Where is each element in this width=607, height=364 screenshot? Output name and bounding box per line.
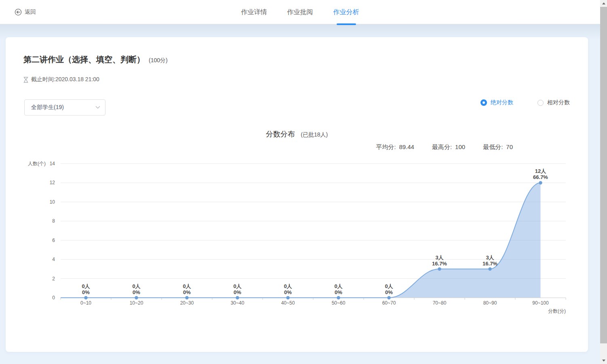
point-count-label: 0人 — [183, 283, 191, 289]
scrollbar-thumb[interactable] — [600, 7, 607, 343]
analysis-card: 第二讲作业（选择、填空、判断） (100分) 截止时间:2020.03.18 2… — [6, 37, 588, 352]
scroll-up-button[interactable] — [600, 0, 607, 7]
student-filter-value: 全部学生(19) — [31, 104, 64, 111]
point-count-label: 0人 — [233, 283, 242, 289]
point-count-label: 12人 — [535, 168, 546, 174]
data-point[interactable] — [135, 296, 138, 299]
point-percent-label: 66.7% — [533, 174, 548, 180]
stat-average-value: 89.44 — [399, 143, 414, 151]
x-tick-label: 90~100 — [532, 300, 549, 306]
x-tick-label: 80~90 — [483, 300, 497, 306]
data-point[interactable] — [438, 267, 441, 271]
point-count-label: 0人 — [82, 283, 90, 289]
y-tick-label: 0 — [52, 295, 55, 301]
x-tick-label: 60~70 — [382, 300, 396, 306]
stat-average-label: 平均分: — [376, 143, 396, 151]
y-tick-label: 6 — [52, 238, 55, 243]
data-point[interactable] — [84, 296, 87, 299]
top-navigation-bar: 返回 作业详情 作业批阅 作业分析 — [0, 0, 600, 24]
assignment-title-row: 第二讲作业（选择、填空、判断） (100分) — [23, 54, 168, 65]
chart-heading: 分数分布 (已批18人) — [6, 129, 588, 139]
y-tick-label: 4 — [52, 257, 55, 262]
radio-absolute-label: 绝对分数 — [491, 99, 513, 106]
radio-unselected-icon — [537, 100, 544, 106]
y-tick-label: 14 — [50, 161, 55, 166]
tab-homework-details[interactable]: 作业详情 — [241, 0, 267, 24]
vertical-scrollbar[interactable] — [600, 0, 607, 364]
tab-homework-review[interactable]: 作业批阅 — [287, 0, 313, 24]
page-background: 第二讲作业（选择、填空、判断） (100分) 截止时间:2020.03.18 2… — [0, 24, 600, 364]
radio-selected-icon — [481, 99, 487, 106]
x-tick-label: 40~50 — [281, 300, 295, 306]
chart-subtitle: (已批18人) — [301, 131, 328, 138]
chart-title: 分数分布 — [266, 130, 295, 138]
score-mode-radio-group: 绝对分数 相对分数 — [481, 99, 570, 106]
x-tick-label: 20~30 — [180, 300, 194, 306]
data-point[interactable] — [539, 181, 542, 184]
data-point[interactable] — [387, 296, 390, 299]
assignment-total-score: (100分) — [149, 57, 168, 64]
point-percent-label: 0% — [82, 289, 90, 295]
point-percent-label: 0% — [234, 289, 241, 295]
deadline-text: 截止时间:2020.03.18 21:00 — [31, 76, 99, 83]
x-axis-title: 分数(分) — [548, 308, 566, 314]
point-count-label: 0人 — [385, 283, 393, 289]
point-percent-label: 0% — [385, 289, 393, 295]
radio-relative-label: 相对分数 — [547, 99, 570, 106]
point-percent-label: 0% — [183, 289, 191, 295]
assignment-title: 第二讲作业（选择、填空、判断） — [23, 54, 145, 65]
point-percent-label: 0% — [284, 289, 292, 295]
stat-max-value: 100 — [455, 143, 465, 151]
stat-min: 最低分: 70 — [483, 143, 513, 151]
score-distribution-chart[interactable]: 02468101214人数(个)分数(分)0~1010~2020~3030~40… — [6, 158, 588, 319]
point-count-label: 3人 — [486, 255, 494, 261]
stat-min-label: 最低分: — [483, 143, 503, 151]
x-tick-label: 10~20 — [130, 300, 143, 306]
data-point[interactable] — [337, 296, 340, 299]
stat-max-label: 最高分: — [432, 143, 452, 151]
stat-min-value: 70 — [506, 143, 513, 151]
data-point[interactable] — [185, 296, 188, 299]
point-count-label: 0人 — [132, 283, 141, 289]
y-tick-label: 10 — [50, 199, 55, 205]
tab-homework-analysis[interactable]: 作业分析 — [333, 0, 359, 24]
point-percent-label: 16.7% — [432, 261, 447, 267]
hourglass-icon — [23, 77, 28, 83]
score-stats-row: 平均分: 89.44 最高分: 100 最低分: 70 — [376, 143, 513, 151]
stat-max: 最高分: 100 — [432, 143, 465, 151]
x-tick-label: 30~40 — [231, 300, 244, 306]
chart-area: 02468101214人数(个)分数(分)0~1010~2020~3030~40… — [6, 158, 588, 319]
y-axis-title: 人数(个) — [28, 161, 46, 166]
tab-bar: 作业详情 作业批阅 作业分析 — [0, 0, 600, 24]
radio-relative-score[interactable]: 相对分数 — [537, 99, 570, 106]
x-tick-label: 70~80 — [433, 300, 447, 306]
point-percent-label: 16.7% — [483, 261, 497, 267]
y-tick-label: 8 — [52, 218, 55, 224]
scroll-down-arrow-icon — [602, 360, 605, 362]
scroll-down-button[interactable] — [600, 357, 607, 364]
radio-absolute-score[interactable]: 绝对分数 — [481, 99, 513, 106]
data-point[interactable] — [286, 296, 289, 299]
student-filter-dropdown[interactable]: 全部学生(19) — [24, 99, 105, 116]
deadline-row: 截止时间:2020.03.18 21:00 — [23, 76, 99, 83]
scroll-up-arrow-icon — [602, 2, 605, 4]
data-point[interactable] — [236, 296, 239, 299]
point-count-label: 0人 — [284, 283, 292, 289]
point-count-label: 0人 — [334, 283, 343, 289]
stat-average: 平均分: 89.44 — [376, 143, 414, 151]
y-tick-label: 12 — [50, 180, 55, 185]
x-tick-label: 0~10 — [80, 300, 91, 306]
point-percent-label: 0% — [133, 289, 140, 295]
data-point[interactable] — [488, 267, 491, 271]
point-count-label: 3人 — [435, 255, 444, 261]
chevron-down-icon — [95, 106, 100, 109]
y-tick-label: 2 — [52, 276, 55, 282]
x-tick-label: 50~60 — [332, 300, 346, 306]
point-percent-label: 0% — [335, 289, 342, 295]
